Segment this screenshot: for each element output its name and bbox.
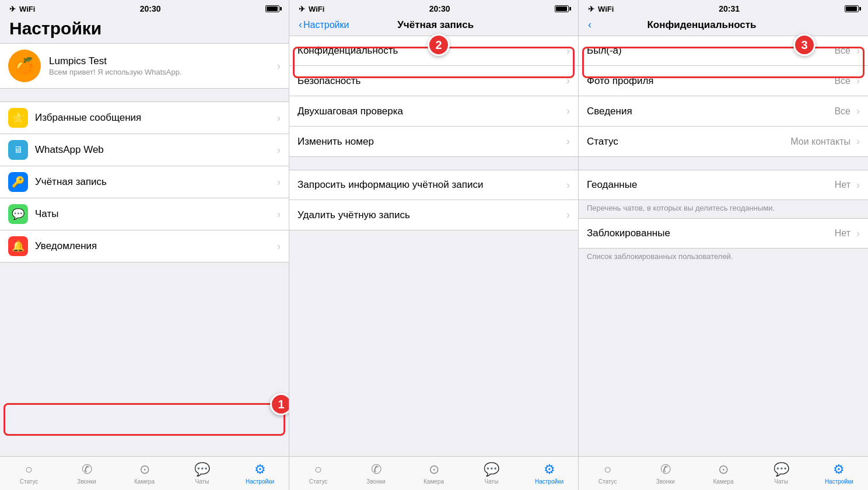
whatsapp-web-item[interactable]: 🖥 WhatsApp Web › (0, 134, 289, 166)
privacy-section-2: Геоданные Нет › Перечень чатов, в которы… (579, 170, 868, 267)
chevron-icon: › (277, 240, 281, 253)
tab-label: Чаты (195, 478, 209, 485)
chevron-icon: › (277, 208, 281, 220)
last-seen-item[interactable]: Был(-а) Все › (579, 36, 868, 66)
tab-camera[interactable]: ⊙ Камера (116, 457, 173, 490)
tab-status[interactable]: ○ Статус (289, 457, 347, 490)
item-content: Двухшаговая проверка (298, 106, 563, 117)
starred-messages-item[interactable]: ⭐ Избранные сообщения › (0, 102, 289, 134)
item-title: Безопасность (298, 75, 360, 86)
settings-list-1: 🍊 Lumpics Test Всем привет! Я использую … (0, 43, 289, 456)
item-title: Изменить номер (298, 136, 374, 147)
chat-icon: 💬 (8, 204, 28, 224)
tab-settings[interactable]: ⚙ Настройки (231, 457, 289, 490)
item-content: Геоданные (587, 179, 835, 191)
tab-label: Звонки (656, 478, 675, 485)
airplane-icon: ✈ (588, 5, 594, 13)
tab-bar-1: ○ Статус ✆ Звонки ⊙ Камера 💬 Чаты ⚙ Наст… (0, 456, 289, 490)
security-item[interactable]: Безопасность › (289, 66, 578, 96)
back-label-2: Настройки (303, 20, 349, 30)
tab-label: Чаты (774, 478, 788, 485)
tab-label: Камера (424, 478, 444, 485)
calls-tab-icon: ✆ (660, 462, 671, 477)
tab-status[interactable]: ○ Статус (579, 457, 636, 490)
tab-label: Статус (20, 478, 38, 485)
tab-camera[interactable]: ⊙ Камера (694, 457, 752, 490)
camera-tab-icon: ⊙ (139, 462, 150, 477)
geodata-subtext: Перечень чатов, в которых вы делитесь ге… (579, 200, 868, 218)
battery-icon (555, 5, 569, 12)
status-bar-3: ✈ WiFi 20:31 (579, 0, 868, 16)
status-time-2: 20:30 (429, 4, 450, 13)
back-chevron-icon: ‹ (299, 19, 302, 31)
item-title: Сведения (587, 106, 632, 117)
item-value: Нет (835, 180, 850, 190)
twostep-item[interactable]: Двухшаговая проверка › (289, 96, 578, 127)
change-number-item[interactable]: Изменить номер › (289, 127, 578, 157)
status-icons-left: ✈ WiFi (588, 5, 614, 13)
chevron-icon: › (277, 144, 281, 156)
blocked-item[interactable]: Заблокированные Нет › (579, 218, 868, 249)
account-item[interactable]: 🔑 Учётная запись › (0, 166, 289, 198)
tab-label: Статус (598, 478, 617, 485)
tab-status[interactable]: ○ Статус (0, 457, 58, 490)
chats-tab-icon: 💬 (194, 462, 210, 477)
tab-camera[interactable]: ⊙ Камера (405, 457, 463, 490)
profile-section: 🍊 Lumpics Test Всем привет! Я использую … (0, 43, 289, 89)
profile-photo-item[interactable]: Фото профиля Все › (579, 66, 868, 96)
status-time-1: 20:30 (140, 4, 161, 13)
page-title-3: Конфиденциальность (647, 19, 756, 31)
item-content: Уведомления (35, 240, 274, 252)
item-title: Чаты (35, 208, 58, 219)
tab-calls[interactable]: ✆ Звонки (347, 457, 405, 490)
tab-label: Камера (134, 478, 155, 485)
step-badge-1: 1 (270, 393, 289, 415)
geodata-item[interactable]: Геоданные Нет › (579, 170, 868, 200)
item-content: Заблокированные (587, 228, 835, 239)
avatar: 🍊 (8, 50, 41, 82)
item-title: Заблокированные (587, 228, 670, 239)
chevron-icon: › (277, 60, 281, 72)
status-item[interactable]: Статус Мои контакты › (579, 127, 868, 157)
tab-label: Статус (309, 478, 328, 485)
account-panel: 2 ✈ WiFi 20:30 ‹ Настройки Учётная запис… (289, 0, 579, 490)
main-section: ⭐ Избранные сообщения › 🖥 WhatsApp Web ›… (0, 102, 289, 262)
tab-label: Звонки (366, 478, 385, 485)
profile-item[interactable]: 🍊 Lumpics Test Всем привет! Я использую … (0, 43, 289, 89)
tab-chats[interactable]: 💬 Чаты (173, 457, 231, 490)
chevron-icon: › (856, 105, 860, 117)
tab-label: Настройки (825, 478, 853, 485)
wifi-icon: WiFi (309, 5, 324, 13)
tab-chats[interactable]: 💬 Чаты (463, 457, 520, 490)
tab-settings[interactable]: ⚙ Настройки (810, 457, 868, 490)
status-icons-left: ✈ WiFi (9, 5, 35, 13)
privacy-panel: 3 ✈ WiFi 20:31 ‹ Конфиденциальность Был(… (579, 0, 868, 490)
battery-icon (265, 5, 279, 12)
chats-item[interactable]: 💬 Чаты › (0, 198, 289, 230)
item-title: Избранные сообщения (35, 112, 141, 123)
item-content: Запросить информацию учётной записи (298, 179, 563, 191)
page-title-1: Настройки (9, 19, 102, 38)
back-button-3[interactable]: ‹ (588, 19, 592, 31)
back-button-2[interactable]: ‹ Настройки (299, 19, 349, 31)
privacy-list: Был(-а) Все › Фото профиля Все › Сведени… (579, 36, 868, 456)
tab-chats[interactable]: 💬 Чаты (752, 457, 810, 490)
notifications-item[interactable]: 🔔 Уведомления › (0, 230, 289, 262)
chats-tab-icon: 💬 (484, 462, 499, 477)
request-info-item[interactable]: Запросить информацию учётной записи › (289, 170, 578, 200)
privacy-section-1: Был(-а) Все › Фото профиля Все › Сведени… (579, 36, 868, 157)
about-item[interactable]: Сведения Все › (579, 96, 868, 127)
tab-calls[interactable]: ✆ Звонки (58, 457, 116, 490)
tab-settings[interactable]: ⚙ Настройки (520, 457, 578, 490)
item-value: Мои контакты (790, 136, 850, 147)
item-title: Удалить учётную запись (298, 209, 410, 220)
chevron-icon: › (277, 176, 281, 188)
profile-content: Lumpics Test Всем привет! Я использую Wh… (49, 55, 274, 76)
item-value: Все (834, 76, 850, 86)
tab-bar-2: ○ Статус ✆ Звонки ⊙ Камера 💬 Чаты ⚙ Наст… (289, 456, 578, 490)
chevron-icon: › (856, 135, 860, 148)
delete-account-item[interactable]: Удалить учётную запись › (289, 200, 578, 230)
tab-calls[interactable]: ✆ Звонки (636, 457, 694, 490)
chats-tab-icon: 💬 (774, 462, 789, 477)
nav-bar-2: ‹ Настройки Учётная запись (289, 16, 578, 36)
